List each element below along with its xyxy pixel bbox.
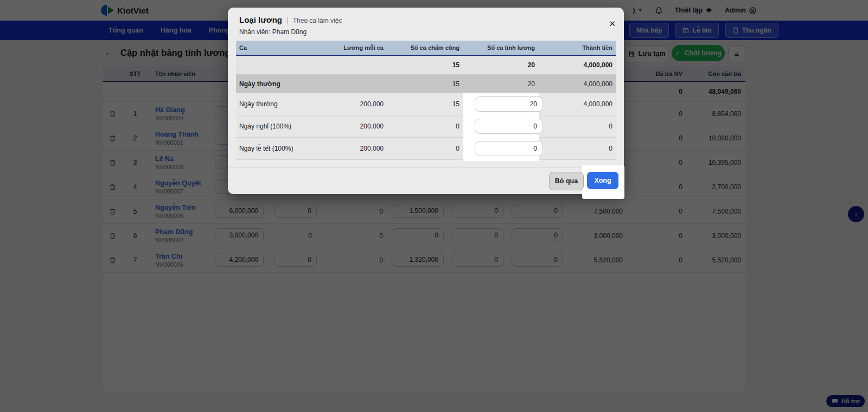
shift-amount: 4,000,000 (542, 93, 612, 115)
shift-checked: 15 (394, 93, 459, 115)
modal-shift-row: Ngày nghỉ (100%) 200,000 0 0 (236, 115, 616, 138)
counted-shifts-input[interactable] (475, 141, 543, 156)
modal-summary-row: 15 20 4,000,000 (236, 56, 616, 75)
summary-checked: 15 (394, 56, 459, 74)
modal-col-amount: Thành tiền (542, 41, 612, 55)
shift-rate: 200,000 (318, 115, 384, 137)
modal-shift-row: Ngày lễ tết (100%) 200,000 0 0 (236, 138, 616, 160)
modal-table: Ca Lương mỗi ca Số ca chấm công Số ca tí… (236, 41, 616, 160)
group-amount: 4,000,000 (542, 75, 612, 93)
modal-col-checked: Số ca chấm công (394, 41, 459, 55)
shift-checked: 0 (394, 138, 459, 159)
modal-shift-row: Ngày thường 200,000 15 4,000,000 (236, 93, 616, 115)
close-icon[interactable]: ✕ (609, 20, 616, 28)
modal-employee-line: Nhân viên: Phạm Dũng (239, 28, 307, 36)
group-checked: 15 (394, 75, 459, 93)
modal-col-rate: Lương mỗi ca (318, 41, 384, 55)
counted-shifts-input[interactable] (475, 119, 543, 134)
shift-rate: 200,000 (318, 93, 384, 115)
skip-button[interactable]: Bỏ qua (549, 172, 584, 190)
summary-amount: 4,000,000 (542, 56, 612, 74)
modal-header-row: Ca Lương mỗi ca Số ca chấm công Số ca tí… (236, 41, 616, 56)
shift-checked: 0 (394, 115, 459, 137)
modal-col-counted: Số ca tính lương (467, 41, 535, 55)
screen: KiotViet ) ▼ Thiết lập Admin (0, 0, 868, 412)
shift-amount: 0 (542, 138, 612, 159)
shift-rate: 200,000 (318, 138, 384, 159)
salary-type-modal: Loại lương | Theo ca làm việc Nhân viên:… (228, 8, 624, 194)
summary-counted: 20 (467, 56, 535, 74)
modal-title: Loại lương (239, 15, 282, 24)
title-separator: | (286, 16, 289, 24)
group-label: Ngày thường (239, 75, 359, 93)
group-counted: 20 (467, 75, 535, 93)
modal-title-line: Loại lương | Theo ca làm việc (239, 15, 342, 24)
done-button[interactable]: Xong (587, 172, 618, 189)
modal-subtitle: Theo ca làm việc (293, 17, 342, 24)
counted-shifts-input[interactable] (475, 96, 543, 112)
modal-group-row: Ngày thường 15 20 4,000,000 (236, 75, 616, 93)
shift-amount: 0 (542, 115, 612, 137)
